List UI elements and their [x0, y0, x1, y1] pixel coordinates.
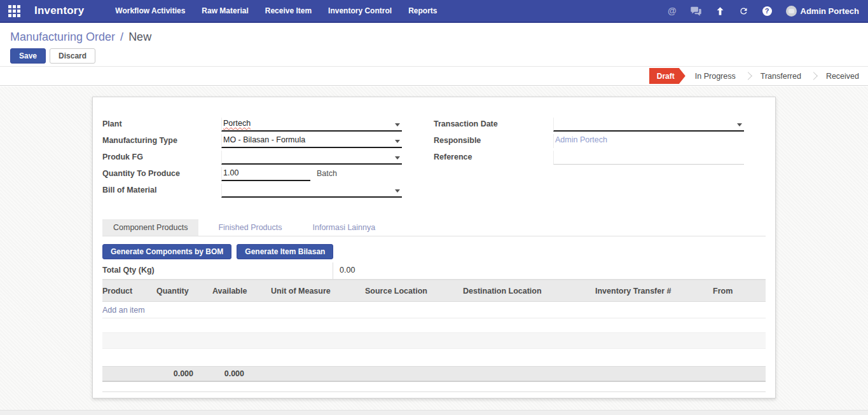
responsible-value: Admin Portech: [555, 135, 607, 144]
field-group-left: Plant Portech Manufacturing Type MO - Bi…: [102, 118, 434, 200]
bill-of-material-label: Bill of Material: [102, 184, 221, 200]
breadcrumb-current: New: [128, 31, 151, 43]
total-qty-row: Total Qty (Kg) 0.00: [102, 262, 766, 280]
produk-fg-label: Produk FG: [102, 151, 221, 167]
dropdown-caret-icon: [395, 189, 400, 193]
sheet-bottom-divider: [102, 391, 766, 399]
responsible-field: Admin Portech: [553, 134, 744, 148]
tab-page-actions: Generate Components by BOM Generate Item…: [102, 244, 766, 259]
field-row-transaction-date: Transaction Date: [434, 118, 766, 134]
save-button[interactable]: Save: [10, 48, 46, 64]
col-destination-location: Destination Location: [463, 280, 595, 302]
status-in-progress[interactable]: In Progress: [685, 72, 745, 81]
form-sheet: Plant Portech Manufacturing Type MO - Bi…: [92, 97, 776, 398]
component-products-table: Product Quantity Available Unit of Measu…: [102, 280, 766, 382]
sync-icon[interactable]: [732, 0, 755, 22]
main-menu: Workflow Activities Raw Material Receive…: [107, 0, 445, 22]
generate-components-by-bom-button[interactable]: Generate Components by BOM: [102, 244, 231, 259]
col-from: From: [713, 280, 766, 302]
plant-label: Plant: [102, 118, 221, 134]
nav-item-reports[interactable]: Reports: [400, 0, 445, 22]
manufacturing-type-value: MO - Bilasan - Formula: [223, 135, 305, 144]
footer-available-total: 0.000: [212, 367, 271, 381]
mentions-icon[interactable]: @: [661, 0, 684, 22]
col-unit-of-measure: Unit of Measure: [271, 280, 365, 302]
user-name: Admin Portech: [801, 6, 859, 16]
user-menu[interactable]: Admin Portech: [779, 0, 868, 22]
field-row-plant: Plant Portech: [102, 118, 434, 134]
transaction-date-field[interactable]: [553, 118, 744, 132]
chat-bubbles-icon: [691, 6, 701, 16]
arrow-up-glyph: [715, 6, 725, 16]
table-header-row: Product Quantity Available Unit of Measu…: [102, 280, 766, 302]
tab-gap: [198, 219, 207, 236]
quantity-to-produce-field[interactable]: 1.00: [221, 167, 310, 181]
col-available: Available: [212, 280, 271, 302]
app-name[interactable]: Inventory: [34, 4, 84, 17]
dropdown-caret-icon: [395, 156, 400, 160]
top-navbar: Inventory Workflow Activities Raw Materi…: [0, 0, 868, 23]
breadcrumb: Manufacturing Order / New: [10, 31, 151, 44]
navbar-systray: @ ? Admin Portech: [661, 0, 868, 22]
bill-of-material-field[interactable]: [221, 184, 402, 198]
reference-field[interactable]: [553, 151, 744, 165]
manufacturing-type-label: Manufacturing Type: [102, 134, 221, 151]
refresh-glyph: [739, 6, 748, 16]
dropdown-caret-icon: [395, 140, 400, 143]
dropdown-caret-icon: [395, 123, 400, 126]
nav-item-workflow-activities[interactable]: Workflow Activities: [107, 0, 193, 22]
col-inventory-transfer: Inventory Transfer #: [595, 280, 713, 302]
footer-quantity-total: 0.000: [156, 367, 212, 381]
avatar: [786, 6, 797, 17]
plant-value: Portech: [223, 119, 251, 128]
footer-spacer: [271, 367, 766, 381]
col-quantity: Quantity: [156, 280, 212, 302]
field-group-right: Transaction Date Responsible Admin Porte…: [434, 118, 766, 200]
status-draft[interactable]: Draft: [649, 68, 685, 84]
quantity-to-produce-label: Quantity To Produce: [102, 167, 221, 184]
transaction-date-label: Transaction Date: [434, 118, 553, 134]
nav-item-raw-material[interactable]: Raw Material: [193, 0, 256, 22]
messages-icon[interactable]: [684, 0, 708, 22]
responsible-label: Responsible: [434, 134, 553, 151]
totals-footer-row: 0.000 0.000: [102, 367, 766, 381]
col-product: Product: [102, 280, 156, 302]
empty-row: [102, 349, 766, 367]
field-row-reference: Reference: [434, 151, 766, 167]
form-actions: Save Discard: [10, 48, 95, 64]
up-arrow-icon[interactable]: [708, 0, 732, 22]
nav-item-inventory-control[interactable]: Inventory Control: [320, 0, 400, 22]
add-an-item-link[interactable]: Add an item: [102, 302, 766, 318]
produk-fg-field[interactable]: [221, 151, 402, 165]
discard-button[interactable]: Discard: [50, 48, 95, 64]
tab-informasi-lainnya[interactable]: Informasi Lainnya: [302, 219, 387, 236]
manufacturing-type-field[interactable]: MO - Bilasan - Formula: [221, 134, 402, 148]
footer-spacer: [102, 367, 156, 381]
control-panel: Manufacturing Order / New Save Discard: [0, 24, 868, 66]
field-groups: Plant Portech Manufacturing Type MO - Bi…: [102, 118, 766, 200]
field-row-produk-fg: Produk FG: [102, 151, 434, 167]
tab-component-products[interactable]: Component Products: [102, 219, 198, 236]
field-row-responsible: Responsible Admin Portech: [434, 134, 766, 151]
field-row-bill-of-material: Bill of Material: [102, 184, 434, 200]
field-row-quantity-to-produce: Quantity To Produce 1.00 Batch: [102, 167, 434, 184]
help-icon[interactable]: ?: [755, 0, 779, 22]
generate-item-bilasan-button[interactable]: Generate Item Bilasan: [237, 244, 333, 259]
empty-row: [102, 318, 766, 333]
tab-finished-products[interactable]: Finished Products: [207, 219, 293, 236]
status-received[interactable]: Received: [816, 72, 863, 81]
quantity-wrap: 1.00 Batch: [221, 167, 337, 184]
statusbar: Draft In Progress Transferred Received: [0, 66, 868, 86]
bottom-scroll-strip[interactable]: [0, 410, 868, 415]
total-qty-value: 0.00: [333, 262, 766, 279]
nav-item-receive-item[interactable]: Receive Item: [257, 0, 320, 22]
total-qty-label: Total Qty (Kg): [102, 262, 333, 279]
breadcrumb-separator: /: [118, 31, 125, 43]
quantity-uom-label: Batch: [310, 167, 337, 184]
col-source-location: Source Location: [365, 280, 463, 302]
status-transferred[interactable]: Transferred: [751, 72, 811, 81]
plant-field[interactable]: Portech: [221, 118, 402, 132]
add-an-item-row: Add an item: [102, 302, 766, 318]
apps-grid-icon[interactable]: [8, 5, 20, 17]
breadcrumb-parent[interactable]: Manufacturing Order: [10, 31, 115, 43]
